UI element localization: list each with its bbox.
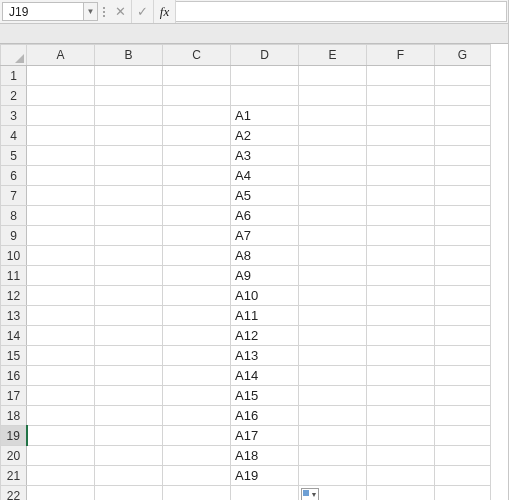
cell-A1[interactable] [27, 66, 95, 86]
cell-A7[interactable] [27, 186, 95, 206]
cell-C18[interactable] [163, 406, 231, 426]
confirm-formula-button[interactable]: ✓ [132, 0, 154, 23]
cell-C20[interactable] [163, 446, 231, 466]
cell-C21[interactable] [163, 466, 231, 486]
cell-B5[interactable] [95, 146, 163, 166]
cell-A19[interactable] [27, 426, 95, 446]
cell-C8[interactable] [163, 206, 231, 226]
row-header-12[interactable]: 12 [1, 286, 27, 306]
cell-D8[interactable]: A6 [231, 206, 299, 226]
cell-C3[interactable] [163, 106, 231, 126]
cell-F18[interactable] [367, 406, 435, 426]
cell-G5[interactable] [435, 146, 491, 166]
cell-A22[interactable] [27, 486, 95, 501]
column-header-E[interactable]: E [299, 45, 367, 66]
cell-E10[interactable] [299, 246, 367, 266]
cell-F5[interactable] [367, 146, 435, 166]
cell-A6[interactable] [27, 166, 95, 186]
row-header-8[interactable]: 8 [1, 206, 27, 226]
cell-G8[interactable] [435, 206, 491, 226]
cell-A2[interactable] [27, 86, 95, 106]
cell-D7[interactable]: A5 [231, 186, 299, 206]
cell-C12[interactable] [163, 286, 231, 306]
formula-input[interactable] [176, 1, 507, 22]
cell-D14[interactable]: A12 [231, 326, 299, 346]
row-header-20[interactable]: 20 [1, 446, 27, 466]
row-header-10[interactable]: 10 [1, 246, 27, 266]
cell-B16[interactable] [95, 366, 163, 386]
column-header-B[interactable]: B [95, 45, 163, 66]
cell-A11[interactable] [27, 266, 95, 286]
cell-A13[interactable] [27, 306, 95, 326]
cell-E8[interactable] [299, 206, 367, 226]
cell-C2[interactable] [163, 86, 231, 106]
cell-E11[interactable] [299, 266, 367, 286]
cell-C22[interactable] [163, 486, 231, 501]
row-header-4[interactable]: 4 [1, 126, 27, 146]
cell-G15[interactable] [435, 346, 491, 366]
cell-G20[interactable] [435, 446, 491, 466]
cell-A5[interactable] [27, 146, 95, 166]
cell-F20[interactable] [367, 446, 435, 466]
cell-F1[interactable] [367, 66, 435, 86]
cell-A21[interactable] [27, 466, 95, 486]
cell-E17[interactable] [299, 386, 367, 406]
cell-E20[interactable] [299, 446, 367, 466]
row-header-17[interactable]: 17 [1, 386, 27, 406]
cell-B17[interactable] [95, 386, 163, 406]
name-box-dropdown[interactable]: ▼ [84, 2, 98, 21]
row-header-21[interactable]: 21 [1, 466, 27, 486]
cell-G12[interactable] [435, 286, 491, 306]
row-header-9[interactable]: 9 [1, 226, 27, 246]
insert-function-button[interactable]: fx [154, 0, 176, 23]
row-header-22[interactable]: 22 [1, 486, 27, 501]
cell-D6[interactable]: A4 [231, 166, 299, 186]
cell-C6[interactable] [163, 166, 231, 186]
cell-A17[interactable] [27, 386, 95, 406]
cell-B13[interactable] [95, 306, 163, 326]
cell-F6[interactable] [367, 166, 435, 186]
cell-A16[interactable] [27, 366, 95, 386]
cell-E4[interactable] [299, 126, 367, 146]
cell-E14[interactable] [299, 326, 367, 346]
cell-E18[interactable] [299, 406, 367, 426]
cell-F7[interactable] [367, 186, 435, 206]
cell-C13[interactable] [163, 306, 231, 326]
cell-G16[interactable] [435, 366, 491, 386]
cell-F17[interactable] [367, 386, 435, 406]
cell-G1[interactable] [435, 66, 491, 86]
cell-D12[interactable]: A10 [231, 286, 299, 306]
cell-C11[interactable] [163, 266, 231, 286]
cell-D21[interactable]: A19 [231, 466, 299, 486]
cell-A20[interactable] [27, 446, 95, 466]
cell-B10[interactable] [95, 246, 163, 266]
cell-F2[interactable] [367, 86, 435, 106]
cell-G13[interactable] [435, 306, 491, 326]
cell-E16[interactable] [299, 366, 367, 386]
cell-D10[interactable]: A8 [231, 246, 299, 266]
cell-C15[interactable] [163, 346, 231, 366]
cell-E6[interactable] [299, 166, 367, 186]
cell-F13[interactable] [367, 306, 435, 326]
cell-B14[interactable] [95, 326, 163, 346]
cell-A14[interactable] [27, 326, 95, 346]
cell-F9[interactable] [367, 226, 435, 246]
cell-A9[interactable] [27, 226, 95, 246]
cell-E15[interactable] [299, 346, 367, 366]
cell-G14[interactable] [435, 326, 491, 346]
column-header-F[interactable]: F [367, 45, 435, 66]
cell-C17[interactable] [163, 386, 231, 406]
cell-B7[interactable] [95, 186, 163, 206]
cell-F10[interactable] [367, 246, 435, 266]
cell-F19[interactable] [367, 426, 435, 446]
cell-B11[interactable] [95, 266, 163, 286]
cell-G7[interactable] [435, 186, 491, 206]
cell-B3[interactable] [95, 106, 163, 126]
cell-D11[interactable]: A9 [231, 266, 299, 286]
cell-D5[interactable]: A3 [231, 146, 299, 166]
cell-G6[interactable] [435, 166, 491, 186]
cell-C5[interactable] [163, 146, 231, 166]
row-header-1[interactable]: 1 [1, 66, 27, 86]
row-header-3[interactable]: 3 [1, 106, 27, 126]
cell-F8[interactable] [367, 206, 435, 226]
